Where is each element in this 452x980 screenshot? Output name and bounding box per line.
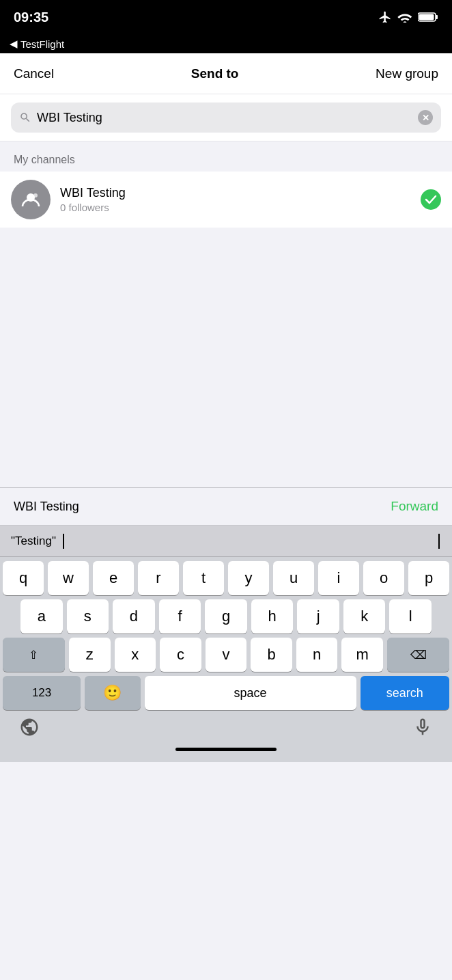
clear-button[interactable]: ✕ (418, 110, 433, 125)
search-input-row: ✕ (11, 103, 441, 133)
autocomplete-bar: "Testing" (0, 526, 452, 557)
nav-bar: Cancel Send to New group (0, 53, 452, 94)
key-v[interactable]: v (206, 638, 247, 672)
keyboard-row-3: ⇧ z x c v b n m ⌫ (0, 634, 452, 672)
key-d[interactable]: d (113, 599, 155, 634)
empty-area (0, 228, 452, 487)
key-c[interactable]: c (160, 638, 201, 672)
emoji-key[interactable]: 🙂 (85, 676, 141, 710)
key-t[interactable]: t (183, 561, 224, 595)
key-a[interactable]: a (20, 599, 63, 634)
key-l[interactable]: l (389, 599, 432, 634)
channel-avatar-icon (20, 189, 42, 210)
autocomplete-suggestion[interactable]: "Testing" (11, 534, 56, 548)
channel-info: WBI Testing 0 followers (60, 186, 411, 213)
airplane-icon (378, 10, 392, 24)
key-b[interactable]: b (251, 638, 292, 672)
keyboard-row-1: q w e r t y u i o p (0, 557, 452, 595)
section-header: My channels (0, 141, 452, 172)
page-title: Send to (191, 66, 239, 81)
back-label[interactable]: ◀ TestFlight (10, 38, 64, 50)
main-content: My channels WBI Testing 0 followers (0, 141, 452, 487)
search-icon (19, 111, 31, 124)
shift-key[interactable]: ⇧ (3, 638, 65, 672)
channel-followers: 0 followers (60, 202, 411, 213)
search-input[interactable] (37, 111, 412, 125)
status-icons (378, 10, 438, 24)
key-o[interactable]: o (363, 561, 404, 595)
key-h[interactable]: h (251, 599, 294, 634)
key-q[interactable]: q (3, 561, 44, 595)
key-z[interactable]: z (69, 638, 111, 672)
status-time: 09:35 (14, 10, 48, 25)
microphone-icon[interactable] (412, 717, 433, 737)
forward-button[interactable]: Forward (391, 499, 438, 514)
keyboard-row-2: a s d f g h j k l (0, 595, 452, 634)
autocomplete-cursor (63, 534, 64, 549)
keyboard: q w e r t y u i o p a s d f g h j k l ⇧ … (0, 557, 452, 762)
back-bar: ◀ TestFlight (0, 34, 452, 53)
autocomplete-cursor-2 (438, 534, 440, 549)
keyboard-row-4: 123 🙂 space search (0, 672, 452, 716)
channel-avatar (11, 180, 51, 219)
search-bar-wrapper: ✕ (0, 94, 452, 141)
backspace-key[interactable]: ⌫ (387, 638, 449, 672)
channel-row[interactable]: WBI Testing 0 followers (0, 172, 452, 228)
key-p[interactable]: p (408, 561, 449, 595)
key-j[interactable]: j (297, 599, 339, 634)
key-y[interactable]: y (228, 561, 269, 595)
new-group-button[interactable]: New group (376, 66, 438, 81)
forward-bar: WBI Testing Forward (0, 487, 452, 526)
wifi-icon (397, 12, 412, 23)
svg-rect-2 (419, 14, 434, 21)
key-w[interactable]: w (48, 561, 89, 595)
key-i[interactable]: i (318, 561, 359, 595)
key-e[interactable]: e (93, 561, 134, 595)
key-k[interactable]: k (343, 599, 386, 634)
key-g[interactable]: g (205, 599, 247, 634)
home-bar (175, 748, 277, 751)
cancel-button[interactable]: Cancel (14, 66, 54, 81)
back-chevron-icon: ◀ (10, 38, 18, 50)
svg-point-4 (33, 193, 38, 198)
numbers-key[interactable]: 123 (3, 676, 81, 710)
key-s[interactable]: s (67, 599, 109, 634)
channel-list: WBI Testing 0 followers (0, 172, 452, 228)
key-r[interactable]: r (138, 561, 179, 595)
key-m[interactable]: m (341, 638, 383, 672)
svg-rect-1 (436, 15, 438, 19)
key-x[interactable]: x (115, 638, 156, 672)
status-bar: 09:35 (0, 0, 452, 34)
channel-check-icon (421, 189, 441, 210)
forward-label: WBI Testing (14, 500, 79, 514)
space-key[interactable]: space (145, 676, 356, 710)
globe-icon[interactable] (19, 717, 40, 737)
key-n[interactable]: n (296, 638, 338, 672)
key-u[interactable]: u (273, 561, 314, 595)
channel-name: WBI Testing (60, 186, 411, 200)
globe-mic-bar (0, 716, 452, 739)
home-indicator (0, 739, 452, 762)
key-f[interactable]: f (159, 599, 201, 634)
battery-icon (418, 12, 438, 23)
search-key[interactable]: search (361, 676, 449, 710)
